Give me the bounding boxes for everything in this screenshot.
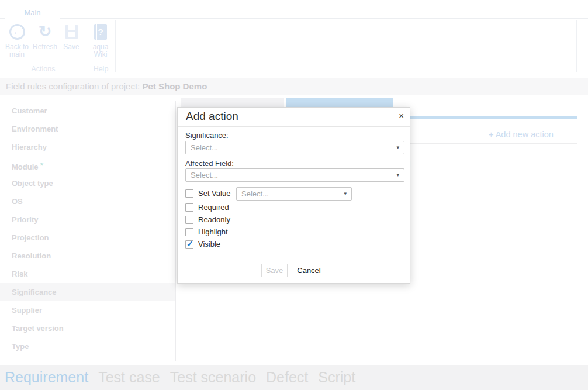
sidebar-item-supplier[interactable]: Supplier (0, 301, 175, 319)
page-title: Field rules configuration of project: Pe… (0, 78, 588, 95)
back-icon: ← (9, 24, 25, 40)
close-icon[interactable]: × (399, 111, 404, 120)
aqua-wiki-button[interactable]: ? aqua Wiki (88, 22, 113, 58)
cancel-button[interactable]: Cancel (292, 264, 326, 277)
visible-checkbox[interactable]: ✓ (185, 240, 193, 249)
affected-field-placeholder: Select... (191, 171, 218, 180)
refresh-label: Refresh (31, 43, 59, 51)
ribbon-separator (115, 20, 116, 72)
sidebar-item-label: Module (12, 163, 39, 171)
footer-tab-requirement[interactable]: Requirement (5, 369, 88, 386)
refresh-icon: ↻ (39, 24, 52, 40)
readonly-row: Readonly (185, 215, 230, 224)
sidebar-item-resolution[interactable]: Resolution (0, 247, 175, 265)
save-icon (65, 25, 78, 39)
check-icon: ✓ (186, 239, 193, 249)
sidebar-item-significance[interactable]: Significance (0, 283, 175, 301)
highlight-checkbox[interactable] (185, 228, 193, 236)
chevron-down-icon: ▾ (396, 169, 399, 181)
dialog-title: Add action (186, 110, 238, 123)
refresh-button[interactable]: ↻ Refresh (31, 22, 59, 51)
sidebar-item-risk[interactable]: Risk (0, 265, 175, 283)
sidebar-item-environment[interactable]: Environment (0, 120, 175, 138)
sidebar-item-type[interactable]: Type (0, 337, 175, 356)
set-value-select[interactable]: Select... ▾ (236, 187, 352, 201)
footer-tab-defect[interactable]: Defect (266, 369, 308, 386)
chevron-down-icon: ▾ (344, 188, 347, 200)
save-ribbon-label: Save (59, 43, 84, 51)
item-type-bar: Requirement Test case Test scenario Defe… (0, 365, 588, 390)
set-value-row: Set Value (185, 189, 230, 198)
project-name: Pet Shop Demo (142, 81, 207, 91)
significance-placeholder: Select... (191, 143, 218, 152)
footer-tab-test-case[interactable]: Test case (98, 369, 160, 386)
save-ribbon-button[interactable]: Save (59, 22, 84, 51)
aqua-wiki-label: aqua Wiki (88, 43, 113, 58)
ribbon: ← Back to main ↻ Refresh Save ? aqua Wik… (0, 18, 588, 74)
sidebar-item-hierarchy[interactable]: Hierarchy (0, 138, 175, 156)
field-list-sidebar: Customer Environment Hierarchy Module* O… (0, 102, 175, 356)
sidebar-item-os[interactable]: OS (0, 192, 175, 210)
footer-tab-script[interactable]: Script (318, 369, 355, 386)
visible-row: ✓ Visible (185, 240, 220, 249)
significance-select[interactable]: Select... ▾ (185, 141, 404, 154)
sidebar-item-customer[interactable]: Customer (0, 102, 175, 120)
visible-label: Visible (198, 240, 220, 249)
sidebar-item-projection[interactable]: Projection (0, 229, 175, 247)
required-checkbox[interactable] (185, 203, 193, 212)
set-value-placeholder: Select... (241, 189, 269, 198)
save-button[interactable]: Save (261, 264, 288, 277)
sidebar-item-module[interactable]: Module* (0, 156, 175, 174)
sidebar-item-object-type[interactable]: Object type (0, 174, 175, 192)
ribbon-separator (576, 20, 577, 72)
readonly-label: Readonly (198, 215, 230, 224)
significance-label: Significance: (185, 131, 229, 140)
chevron-down-icon: ▾ (396, 141, 399, 154)
back-to-main-label: Back to main (3, 43, 31, 58)
page-title-prefix: Field rules configuration of project: (6, 81, 142, 91)
add-new-action-link[interactable]: + Add new action (489, 130, 554, 139)
add-action-dialog: Add action × Significance: Select... ▾ A… (177, 107, 410, 284)
required-asterisk-icon: * (39, 160, 44, 170)
back-to-main-button[interactable]: ← Back to main (3, 22, 31, 58)
dialog-buttons: Save Cancel (178, 264, 410, 277)
set-value-checkbox[interactable] (185, 189, 193, 198)
affected-field-select[interactable]: Select... ▾ (185, 168, 404, 182)
dialog-header: Add action × (178, 108, 410, 127)
readonly-checkbox[interactable] (185, 216, 193, 224)
ribbon-group-actions: Actions (0, 65, 87, 73)
ribbon-separator (87, 20, 87, 72)
ribbon-group-help: Help (87, 65, 115, 73)
set-value-label: Set Value (198, 189, 230, 198)
sidebar-item-target-version[interactable]: Target version (0, 319, 175, 337)
affected-field-label: Affected Field: (185, 159, 234, 168)
ribbon-tab-main[interactable]: Main (5, 6, 60, 19)
sidebar-divider (175, 101, 176, 361)
wiki-book-icon: ? (94, 24, 107, 40)
footer-tab-test-scenario[interactable]: Test scenario (170, 369, 256, 386)
highlight-row: Highlight (185, 227, 228, 236)
required-row: Required (185, 203, 229, 212)
required-label: Required (198, 203, 229, 212)
sidebar-item-priority[interactable]: Priority (0, 210, 175, 229)
highlight-label: Highlight (198, 227, 228, 236)
